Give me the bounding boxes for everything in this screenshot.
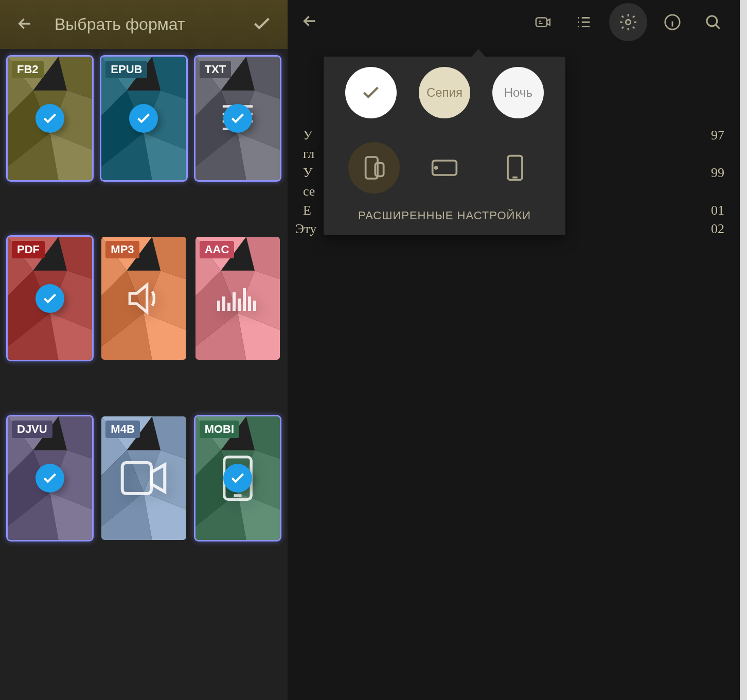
text-fragment: У <box>303 164 312 182</box>
reader-back-button[interactable] <box>295 7 324 38</box>
advanced-settings-link[interactable]: РАСШИРЕННЫЕ НАСТРОЙКИ <box>339 199 550 222</box>
format-badge: FB2 <box>12 61 44 78</box>
format-badge: AAC <box>200 241 235 258</box>
format-card-aac[interactable]: AAC <box>195 237 280 360</box>
svg-rect-53 <box>243 288 246 311</box>
orientation-auto[interactable] <box>348 142 400 194</box>
orientation-row <box>339 129 550 199</box>
back-button[interactable] <box>10 9 39 40</box>
svg-rect-51 <box>233 292 236 311</box>
text-fragment: 97 <box>711 126 724 145</box>
page-title: Выбрать формат <box>55 15 246 34</box>
format-grid: FB2 EPUB TXT PDF MP3 <box>0 49 288 700</box>
svg-rect-55 <box>253 301 256 311</box>
text-fragment: 99 <box>711 164 724 182</box>
format-badge: TXT <box>200 61 232 78</box>
search-button[interactable] <box>698 7 728 38</box>
contents-button[interactable] <box>568 7 599 38</box>
svg-rect-49 <box>222 296 225 311</box>
svg-rect-52 <box>238 299 241 311</box>
format-card-mobi[interactable]: MOBI <box>195 416 280 540</box>
format-card-m4b[interactable]: M4B <box>101 416 186 540</box>
reader-toolbar <box>288 0 740 44</box>
theme-white[interactable] <box>345 67 397 118</box>
text-fragment: 02 <box>711 220 724 238</box>
format-card-djvu[interactable]: DJVU <box>8 416 92 540</box>
format-badge: MOBI <box>200 421 239 438</box>
selected-check-icon <box>35 464 64 493</box>
format-card-epub[interactable]: EPUB <box>101 57 186 180</box>
svg-rect-54 <box>248 296 251 311</box>
text-fragment: Эту <box>295 220 316 238</box>
orientation-portrait[interactable] <box>489 142 541 194</box>
theme-row: Сепия Ночь <box>339 67 550 129</box>
text-fragment: 01 <box>711 201 724 220</box>
svg-rect-87 <box>376 163 384 177</box>
text-fragment: се <box>303 182 315 201</box>
format-card-mp3[interactable]: MP3 <box>101 237 186 360</box>
format-card-fb2[interactable]: FB2 <box>8 57 92 180</box>
info-button[interactable] <box>657 7 688 38</box>
selected-check-icon <box>129 104 158 133</box>
theme-sepia[interactable]: Сепия <box>419 67 470 118</box>
format-badge: EPUB <box>105 61 147 78</box>
svg-point-85 <box>707 15 717 26</box>
format-selection-panel: Выбрать формат FB2 EPUB TXT <box>0 0 288 700</box>
settings-button[interactable] <box>609 3 647 41</box>
selected-check-icon <box>35 104 64 133</box>
popup-arrow <box>471 49 486 57</box>
text-fragment: У <box>303 126 312 145</box>
svg-point-89 <box>435 167 437 169</box>
svg-rect-50 <box>227 303 230 311</box>
svg-rect-72 <box>122 463 151 494</box>
format-card-txt[interactable]: TXT <box>195 57 280 180</box>
format-badge: PDF <box>12 241 45 258</box>
orientation-landscape[interactable] <box>419 142 470 194</box>
text-fragment: гл <box>303 145 314 163</box>
svg-point-83 <box>626 20 631 25</box>
svg-rect-90 <box>508 156 522 180</box>
confirm-button[interactable] <box>246 8 277 41</box>
selected-check-icon <box>35 284 64 313</box>
format-badge: DJVU <box>12 421 52 438</box>
selected-check-icon <box>223 464 252 493</box>
settings-popup: Сепия Ночь РАСШИРЕННЫЕ НАСТРОЙКИ <box>324 57 565 235</box>
svg-rect-82 <box>536 18 547 26</box>
tts-button[interactable] <box>528 7 559 38</box>
left-header: Выбрать формат <box>0 0 288 49</box>
format-badge: MP3 <box>105 241 139 258</box>
selected-check-icon <box>223 104 252 133</box>
reader-panel: У97 гл У99 се Е01 Эту02 Сепия Ночь РАСШИ… <box>288 0 747 700</box>
svg-rect-48 <box>217 301 220 311</box>
theme-night[interactable]: Ночь <box>492 67 544 118</box>
format-card-pdf[interactable]: PDF <box>8 237 92 360</box>
format-badge: M4B <box>105 421 139 438</box>
text-fragment: Е <box>303 201 311 220</box>
